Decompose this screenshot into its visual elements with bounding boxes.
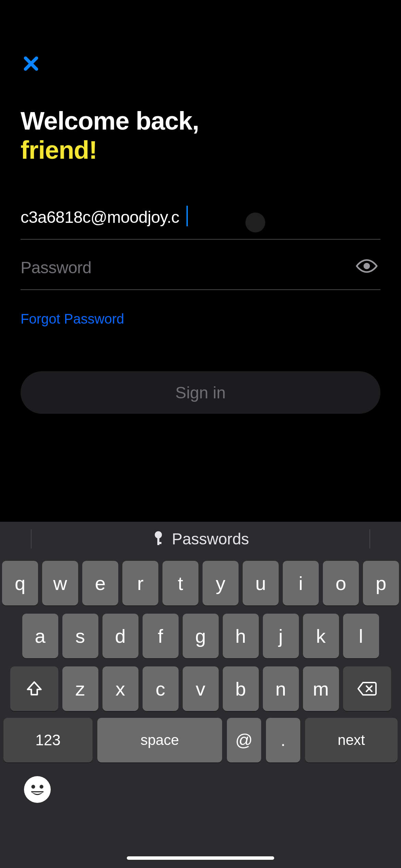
keyboard-row-1: q w e r t y u i o p bbox=[3, 561, 398, 605]
key-v[interactable]: v bbox=[183, 666, 219, 711]
key-a[interactable]: a bbox=[22, 614, 58, 658]
key-p[interactable]: p bbox=[363, 561, 399, 605]
touch-indicator bbox=[245, 213, 265, 232]
divider bbox=[31, 529, 32, 548]
emoji-icon bbox=[24, 776, 51, 803]
svg-point-1 bbox=[155, 531, 162, 539]
key-c[interactable]: c bbox=[143, 666, 179, 711]
key-e[interactable]: e bbox=[82, 561, 118, 605]
passwords-autofill-button[interactable]: Passwords bbox=[152, 530, 249, 548]
forgot-password-link[interactable]: Forgot Password bbox=[21, 311, 124, 327]
key-shift[interactable] bbox=[10, 666, 58, 711]
heading-line1: Welcome back, bbox=[21, 106, 380, 135]
text-caret bbox=[186, 206, 188, 226]
key-q[interactable]: q bbox=[2, 561, 38, 605]
heading-line2: friend! bbox=[21, 135, 380, 165]
key-x[interactable]: x bbox=[102, 666, 138, 711]
key-b[interactable]: b bbox=[223, 666, 259, 711]
password-input[interactable] bbox=[21, 258, 350, 277]
toggle-password-visibility-button[interactable] bbox=[353, 254, 380, 278]
password-field-container bbox=[21, 253, 380, 290]
key-f[interactable]: f bbox=[143, 614, 179, 658]
passwords-label: Passwords bbox=[172, 530, 249, 548]
key-t[interactable]: t bbox=[162, 561, 198, 605]
key-space[interactable]: space bbox=[97, 718, 222, 762]
key-s[interactable]: s bbox=[62, 614, 98, 658]
close-button[interactable] bbox=[19, 51, 43, 75]
key-o[interactable]: o bbox=[323, 561, 359, 605]
key-k[interactable]: k bbox=[303, 614, 339, 658]
emoji-button[interactable] bbox=[24, 776, 51, 803]
key-y[interactable]: y bbox=[203, 561, 239, 605]
page-title: Welcome back, friend! bbox=[21, 106, 380, 165]
sign-in-button[interactable]: Sign in bbox=[21, 371, 380, 414]
svg-point-0 bbox=[364, 263, 370, 269]
keyboard-row-2: a s d f g h j k l bbox=[3, 614, 398, 658]
key-numeric-toggle[interactable]: 123 bbox=[3, 718, 93, 762]
svg-point-4 bbox=[25, 777, 50, 802]
svg-rect-3 bbox=[157, 542, 161, 544]
key-h[interactable]: h bbox=[223, 614, 259, 658]
close-icon bbox=[22, 54, 40, 73]
key-l[interactable]: l bbox=[343, 614, 379, 658]
key-u[interactable]: u bbox=[243, 561, 279, 605]
keyboard-row-4: 123 space @ . next bbox=[3, 718, 398, 762]
keyboard-suggestion-bar: Passwords bbox=[0, 522, 401, 556]
email-input[interactable] bbox=[21, 208, 380, 227]
key-g[interactable]: g bbox=[183, 614, 219, 658]
backspace-icon bbox=[356, 680, 378, 697]
key-n[interactable]: n bbox=[263, 666, 299, 711]
svg-point-6 bbox=[40, 785, 44, 788]
divider bbox=[369, 529, 370, 548]
key-i[interactable]: i bbox=[283, 561, 319, 605]
key-next[interactable]: next bbox=[305, 718, 398, 762]
key-d[interactable]: d bbox=[102, 614, 138, 658]
shift-icon bbox=[25, 680, 43, 698]
svg-point-5 bbox=[31, 785, 35, 788]
ios-keyboard: Passwords q w e r t y u i o p a s d f bbox=[0, 522, 401, 868]
key-icon bbox=[152, 531, 165, 547]
eye-icon bbox=[355, 258, 379, 274]
key-w[interactable]: w bbox=[42, 561, 78, 605]
home-indicator[interactable] bbox=[127, 856, 274, 860]
key-period[interactable]: . bbox=[266, 718, 300, 762]
key-r[interactable]: r bbox=[122, 561, 158, 605]
email-field-container bbox=[21, 202, 380, 240]
key-z[interactable]: z bbox=[62, 666, 98, 711]
keyboard-row-3: z x c v b n m bbox=[3, 666, 398, 711]
key-m[interactable]: m bbox=[303, 666, 339, 711]
key-at[interactable]: @ bbox=[227, 718, 261, 762]
key-backspace[interactable] bbox=[343, 666, 391, 711]
key-j[interactable]: j bbox=[263, 614, 299, 658]
